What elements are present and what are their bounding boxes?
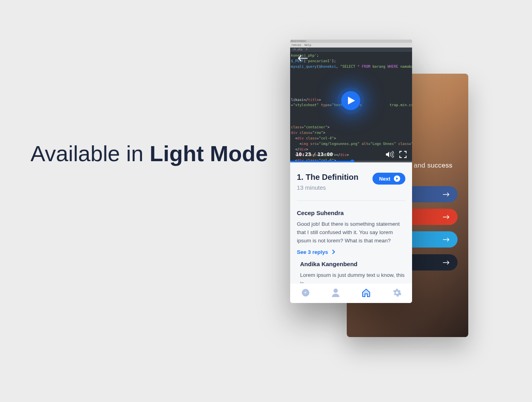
time-separator: / [313,151,316,158]
arrow-right-icon [443,237,450,242]
video-progress-handle[interactable] [350,160,354,162]
see-replies-label: See 3 replys [297,249,328,255]
svg-point-1 [334,289,338,293]
lesson-card: REGISTERED] rences Help ch.php × koneksi… [290,40,412,303]
bottom-nav [290,283,412,303]
time-total: 13:00 [317,151,333,158]
nav-profile[interactable] [332,288,340,299]
arrow-right-icon [443,260,450,265]
home-icon [361,288,371,297]
comment-author: Cecep Suhendra [297,210,405,216]
play-button[interactable] [341,91,360,110]
nav-settings[interactable] [393,288,401,299]
chevron-right-icon [332,250,335,254]
editor-menu-item: Help [304,43,311,48]
editor-tab-name: ch.php [293,48,302,52]
editor-tab: ch.php × [290,48,412,52]
editor-menu-item: rences [291,43,301,48]
video-player[interactable]: REGISTERED] rences Help ch.php × koneksi… [290,40,412,162]
video-progress[interactable] [290,161,412,162]
next-label: Next [379,176,390,182]
page-heading: Available in Light Mode [30,141,268,166]
editor-titlebar: REGISTERED] [290,40,412,43]
heading-emphasis: Light Mode [150,141,268,166]
divider [297,200,405,201]
play-icon [348,97,355,105]
close-icon: × [306,47,308,52]
see-replies-link[interactable]: See 3 replys [297,249,405,255]
lesson-duration: 13 minutes [297,184,359,191]
nav-home[interactable] [361,288,371,299]
login-tagline: and success [414,162,452,170]
comment-body: Good job! But there is something stateme… [297,220,405,245]
time-current: 10:23 [296,151,311,158]
comment: Andika Kangenbend Lorem ipsum is just du… [297,261,405,283]
arrow-right-icon [443,192,450,197]
play-circle-icon [394,175,400,182]
arrow-left-icon [297,55,308,62]
editor-title-text: REGISTERED] [291,40,307,43]
video-time: 10:23 / 13:00 [296,151,333,158]
comment-author: Andika Kangenbend [300,261,405,267]
nav-explore[interactable] [301,288,310,299]
video-controls: 10:23 / 13:00 [290,151,412,158]
back-button[interactable] [297,55,309,63]
volume-icon[interactable] [385,151,394,158]
editor-menubar: rences Help [290,43,412,48]
comment-body: Lorem ipsum is just dummy text u know, t… [300,271,405,283]
fullscreen-icon[interactable] [399,151,407,158]
compass-icon [301,288,310,297]
next-button[interactable]: Next [372,173,405,185]
gear-icon [393,288,401,297]
heading-prefix: Available in [30,141,150,166]
lesson-title: 1. The Definition [297,173,359,182]
comment: Cecep Suhendra Good job! But there is so… [297,210,405,255]
video-progress-fill [290,161,352,162]
arrow-right-icon [443,215,450,219]
lesson-content: 1. The Definition 13 minutes Next Cecep … [290,162,412,283]
user-icon [332,288,340,297]
